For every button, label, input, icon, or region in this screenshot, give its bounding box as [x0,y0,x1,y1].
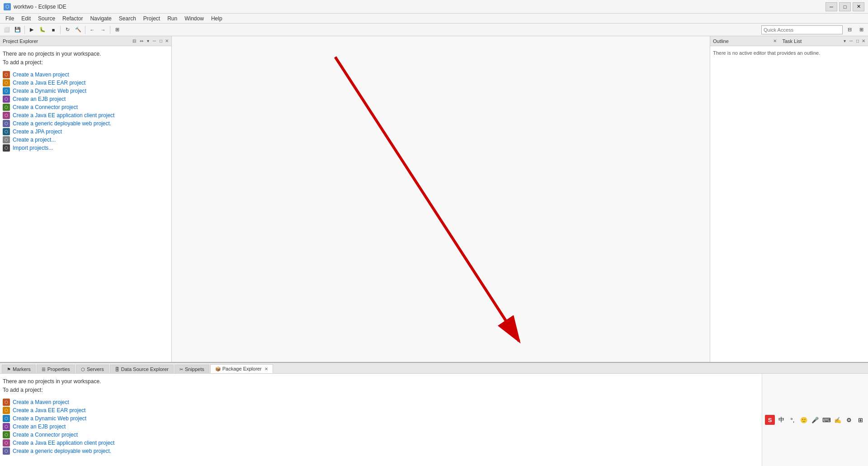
svg-line-1 [335,57,519,341]
outline-menu[interactable]: ▾ [843,38,847,44]
tab-icon-3: 🗄 [115,367,119,372]
project-link-text-2: Create a Dynamic Web project [13,88,86,94]
view-menu-button[interactable]: ▾ [146,38,150,44]
project-link-text-4: Create a Connector project [13,104,78,110]
save-button[interactable]: 💾 [13,25,23,35]
menu-item-edit[interactable]: Edit [18,14,34,23]
menu-item-window[interactable]: Window [181,14,208,23]
tab-close-5[interactable]: ✕ [264,366,268,371]
project-link-text-8: Create a project... [13,137,56,143]
bottom-project-link-1[interactable]: ⬡Create a Java EE EAR project [3,406,759,414]
prev-button[interactable]: ← [87,25,97,35]
project-link-6[interactable]: ⬡Create a generic deployable web project… [3,119,169,128]
project-link-5[interactable]: ⬡Create a Java EE application client pro… [3,111,169,119]
ime-symbol-icon[interactable]: °, [788,415,797,425]
bottom-tab-package-explorer[interactable]: 📦Package Explorer ✕ [210,364,273,373]
bottom-tab-servers[interactable]: ⬡Servers [76,365,109,373]
bottom-project-link-0[interactable]: ⬡Create a Maven project [3,398,759,406]
bottom-project-link-2[interactable]: ⬡Create a Dynamic Web project [3,414,759,423]
run-button[interactable]: ▶ [27,25,37,35]
project-link-text-3: Create an EJB project [13,96,66,102]
quick-access-input[interactable] [761,25,843,34]
ime-handwrite-icon[interactable]: ✍ [833,415,843,425]
ime-extra-icon[interactable]: ⊞ [855,415,865,425]
project-link-text-9: Import projects... [13,145,53,151]
tab-label-3: Data Source Explorer [121,366,169,372]
maximize-button[interactable]: □ [839,2,851,11]
outline-minimize[interactable]: ─ [849,38,854,44]
project-link-text-1: Create a Java EE EAR project [13,80,85,86]
tab-label-1: Properties [47,366,70,372]
close-button[interactable]: ✕ [853,2,864,11]
project-link-1[interactable]: ⬡Create a Java EE EAR project [3,79,169,87]
tab-icon-2: ⬡ [81,367,85,372]
ime-settings-icon[interactable]: ⚙ [844,415,854,425]
task-list-close[interactable]: ✕ [862,38,865,43]
bottom-project-link-icon-2: ⬡ [3,415,10,422]
stop-button[interactable]: ■ [48,25,58,35]
minimize-panel-button[interactable]: ─ [152,38,157,44]
bottom-project-link-text-2: Create a Dynamic Web project [13,415,86,422]
minimize-button[interactable]: ─ [826,2,837,11]
ime-s-icon[interactable]: S [765,415,775,425]
views-button[interactable]: ⊞ [856,25,866,35]
bottom-project-link-5[interactable]: ⬡Create a Java EE application client pro… [3,439,759,447]
bottom-project-link-3[interactable]: ⬡Create an EJB project [3,423,759,431]
tab-label-4: Snippets [185,366,204,372]
close-panel-button[interactable]: ✕ [165,38,169,43]
ime-chinese-icon[interactable]: 中 [776,415,786,425]
ime-keyboard-icon[interactable]: ⌨ [821,415,831,425]
project-link-icon-8: ⬡ [3,136,10,143]
editor-area [172,36,710,362]
app-icon: ⬡ [4,3,11,10]
tab-icon-4: ✂ [179,367,183,372]
menu-item-help[interactable]: Help [208,14,226,23]
next-button[interactable]: → [98,25,108,35]
ime-mic-icon[interactable]: 🎤 [810,415,820,425]
project-link-9[interactable]: ⬡Import projects... [3,144,169,152]
perspective-button[interactable]: ⊞ [112,25,122,35]
new-button[interactable]: ⬜ [2,25,12,35]
menu-item-run[interactable]: Run [164,14,181,23]
refresh-button[interactable]: ↻ [62,25,72,35]
build-button[interactable]: 🔨 [73,25,83,35]
bottom-tab-properties[interactable]: ☰Properties [37,365,75,373]
link-with-editor-button[interactable]: ⇔ [139,38,144,44]
project-link-8[interactable]: ⬡Create a project... [3,136,169,144]
project-link-icon-0: ⬡ [3,71,10,78]
project-link-icon-7: ⬡ [3,128,10,135]
toolbar-separator-3 [85,26,85,34]
no-projects-line1: There are no projects in your workspace. [3,50,169,58]
bottom-tab-markers[interactable]: ⚑Markers [2,365,36,373]
bottom-project-link-text-6: Create a generic deployable web project. [13,448,111,454]
menu-item-search[interactable]: Search [115,14,140,23]
open-perspectives-button[interactable]: ⊟ [844,25,854,35]
project-link-3[interactable]: ⬡Create an EJB project [3,95,169,103]
project-link-7[interactable]: ⬡Create a JPA project [3,128,169,136]
project-link-2[interactable]: ⬡Create a Dynamic Web project [3,87,169,95]
bottom-project-link-icon-1: ⬡ [3,407,10,414]
bottom-project-link-icon-6: ⬡ [3,447,10,455]
bottom-project-link-6[interactable]: ⬡Create a generic deployable web project… [3,447,759,455]
project-link-4[interactable]: ⬡Create a Connector project [3,103,169,111]
menu-item-source[interactable]: Source [34,14,59,23]
toolbar: ⬜ 💾 ▶ 🐛 ■ ↻ 🔨 ← → ⊞ ⊟ ⊞ [0,24,868,36]
project-link-0[interactable]: ⬡Create a Maven project [3,71,169,79]
menu-item-project[interactable]: Project [140,14,164,23]
titlebar: ⬡ worktwo - Eclipse IDE ─ □ ✕ [0,0,868,14]
menu-item-file[interactable]: File [2,14,18,23]
maximize-panel-button[interactable]: □ [159,38,163,44]
outline-maximize[interactable]: □ [855,38,860,44]
menu-item-refactor[interactable]: Refactor [59,14,86,23]
outline-close[interactable]: ✕ [773,38,777,43]
debug-button[interactable]: 🐛 [38,25,47,35]
collapse-button[interactable]: ⊟ [132,38,137,44]
bottom-project-link-4[interactable]: ⬡Create a Connector project [3,431,759,439]
bottom-tab-data-source-explorer[interactable]: 🗄Data Source Explorer [110,365,174,373]
tab-icon-1: ☰ [42,367,46,372]
toolbar-separator-4 [110,26,110,34]
bottom-tab-snippets[interactable]: ✂Snippets [175,365,209,373]
ime-emoji-icon[interactable]: 🙂 [799,415,809,425]
menu-item-navigate[interactable]: Navigate [86,14,115,23]
project-explorer-title: Project Explorer [3,38,130,44]
